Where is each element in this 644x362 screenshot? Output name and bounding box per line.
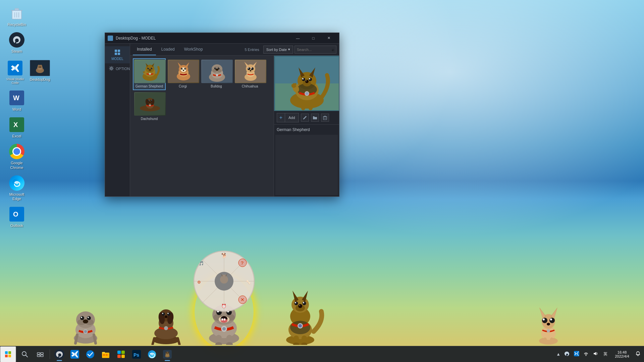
taskbar-store[interactable] [114,347,128,362]
close-button[interactable]: ✕ [321,33,336,43]
sidebar-model-label: MODEL [111,57,123,61]
tab-loaded[interactable]: Loaded [157,44,179,55]
taskbar-checkmark[interactable] [83,347,98,362]
tray-network[interactable] [583,350,589,358]
svg-point-65 [216,74,218,76]
desktop-dog-bulldog[interactable] [65,291,106,346]
desktop-dog-shepherd-right[interactable] [275,278,325,346]
desktopdog-label: DesktopDog [30,77,50,82]
svg-text:🎵: 🎵 [199,261,204,266]
tab-workshop[interactable]: WorkShop [180,44,207,55]
svg-point-52 [185,68,186,69]
desktopdog-desktop-icon[interactable]: DesktopDog [28,58,52,86]
svg-point-36 [152,68,152,68]
model-label-dachshund: Dachshund [134,116,164,121]
taskbar-search[interactable] [17,347,32,362]
sidebar-item-model[interactable]: MODEL [105,46,130,63]
sidebar: MODEL OPTIONS [105,44,130,196]
taskbar-steam[interactable] [52,347,67,362]
svg-point-34 [151,68,153,69]
taskbar-photoshop[interactable]: Ps [129,347,144,362]
svg-point-35 [148,68,149,68]
svg-text:🐕: 🐕 [221,253,227,258]
show-hidden-icons[interactable]: ▲ [555,351,561,357]
svg-rect-216 [550,338,553,344]
excel-icon[interactable]: X Excel [3,115,30,140]
taskbar-explorer[interactable] [98,347,113,362]
svg-point-100 [309,78,312,81]
vscode-icon[interactable]: Visual StudioCode [3,58,27,86]
tray-language[interactable]: 英 [601,351,609,357]
chrome-logo [9,144,24,159]
search-bar[interactable]: ⌕ [294,46,336,54]
tab-installed[interactable]: Installed [133,44,156,55]
word-icon[interactable]: W Word [3,88,30,113]
svg-text:?: ? [241,260,244,266]
model-item-bulldog[interactable]: Bulldog [200,58,233,90]
svg-rect-231 [103,354,105,356]
svg-point-107 [306,92,308,95]
edge-logo [9,175,24,191]
svg-rect-174 [221,318,223,320]
desktop-dog-dachshund[interactable] [144,291,188,346]
model-thumbnail-chihuahua [235,60,266,83]
svg-rect-22 [115,50,117,52]
sort-dropdown[interactable]: Sort by Date ▾ [263,46,293,54]
tray-vscode[interactable] [573,350,580,358]
tray-speaker[interactable] [592,350,599,358]
taskbar-task-view[interactable] [33,347,48,362]
edge-label: Microsoft Edge [5,192,29,201]
svg-rect-217 [5,351,8,354]
svg-point-13 [40,67,41,68]
folder-button[interactable] [311,114,319,122]
taskbar: Ps [0,346,644,362]
svg-point-11 [40,65,42,68]
svg-point-128 [83,319,88,323]
svg-point-197 [299,324,302,327]
model-thumbnail-bulldog [201,60,233,83]
model-item-corgi[interactable]: Corgi [166,58,199,90]
sidebar-options[interactable]: OPTIONS [105,63,130,74]
svg-text:⏰: ⏰ [221,303,226,308]
recycle-bin-icon[interactable]: RecycleBin [3,3,30,28]
svg-point-189 [294,302,298,305]
edit-button[interactable] [301,114,309,122]
taskbar-vscode[interactable] [67,347,82,362]
outlook-label: Outlook [10,224,23,228]
steam-icon[interactable]: Steam [3,30,30,55]
svg-point-221 [22,352,26,356]
model-item-dachshund[interactable]: Dachshund [133,91,166,123]
chrome-icon[interactable]: GoogleChrome [3,142,30,171]
model-grid: German Shepherd [130,56,274,196]
model-item-chihuahua[interactable]: Chihuahua [233,58,266,90]
add-plus-icon[interactable]: + [277,113,285,122]
svg-rect-224 [41,353,43,354]
svg-rect-215 [543,338,547,344]
svg-text:🦴: 🦴 [246,280,251,285]
edit-icon [303,115,307,120]
taskbar-edge[interactable] [145,347,159,362]
add-button[interactable]: Add [285,113,299,122]
delete-button[interactable] [321,114,329,122]
tray-notification[interactable] [635,350,641,358]
search-input[interactable] [297,48,330,52]
desktop-dog-selected-center[interactable]: 🐕 🦴 ✕ ⏰ ⚙ ? 🎵 [197,278,251,346]
outlook-icon[interactable]: O Outlook [3,204,30,230]
taskbar-desktopdog[interactable] [160,347,175,362]
minimize-button[interactable]: — [290,33,306,43]
edge-icon[interactable]: Microsoft Edge [3,173,30,203]
desktop-dog-chihuahua[interactable] [530,291,567,346]
svg-rect-236 [121,355,125,358]
svg-point-51 [182,68,182,69]
store-taskbar-icon [117,350,125,359]
svg-point-138 [167,312,170,316]
tray-steam[interactable] [564,350,571,358]
svg-point-214 [547,329,550,333]
maximize-button[interactable]: □ [306,33,321,43]
model-item-german-shepherd[interactable]: German Shepherd [133,58,166,90]
title-bar: DesktopDog - MODEL — □ ✕ [105,33,339,44]
start-button[interactable] [0,346,16,362]
svg-point-142 [164,326,168,330]
svg-point-63 [219,68,219,68]
tray-clock[interactable]: 16:48 2022/4/4 [612,350,632,358]
